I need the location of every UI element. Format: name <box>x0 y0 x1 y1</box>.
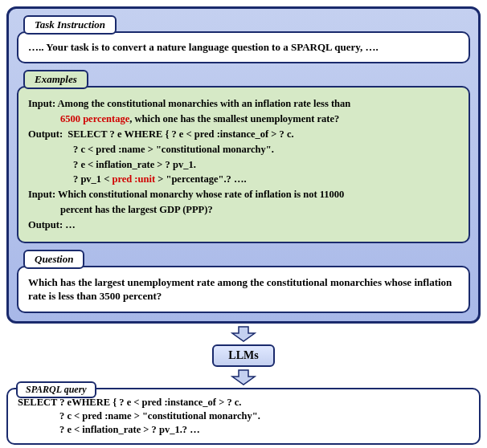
prompt-container: Task Instruction ….. Your task is to con… <box>6 6 481 324</box>
ex1-red: 6500 percentage <box>60 113 129 124</box>
out-l4-b: > "percentage".? …. <box>155 173 246 185</box>
out-l4-a: ? pv_1 < <box>73 173 112 185</box>
ex1-tail: , which one has the smallest unemploymen… <box>129 113 339 124</box>
question-label: Question <box>23 250 84 269</box>
sparql-label: SPARQL query <box>16 381 96 398</box>
llms-node: LLMs <box>6 344 481 367</box>
llms-label: LLMs <box>212 344 274 367</box>
down-arrow-icon <box>231 369 256 386</box>
sparql-l3: ? e < inflation_rate > ? pv_1.? … <box>18 423 469 437</box>
sparql-l1: SELECT ? eWHERE { ? e < pred :instance_o… <box>18 397 241 408</box>
down-arrow-icon <box>231 325 256 343</box>
example-output-2: Output: … <box>28 218 459 232</box>
out-l3: ? e < inflation_rate > ? pv_1. <box>28 158 459 172</box>
example-input-2: Input: Which constitutional monarchy who… <box>28 188 459 202</box>
sparql-box: SPARQL query SELECT ? eWHERE { ? e < pre… <box>6 388 481 445</box>
ex1-line1: Input: Among the constitutional monarchi… <box>28 98 350 109</box>
arrow-1 <box>6 325 481 343</box>
examples-label: Examples <box>23 70 88 89</box>
out-l4: ? pv_1 < pred :unit > "percentage".? …. <box>28 173 459 186</box>
example-input-2-cont: percent has the largest GDP (PPP)? <box>28 203 459 217</box>
out-l1: SELECT ? e WHERE { ? e < pred :instance_… <box>68 128 293 140</box>
example-input-1-cont: 6500 percentage, which one has the small… <box>28 112 459 126</box>
sparql-query: SELECT ? eWHERE { ? e < pred :instance_o… <box>18 396 469 437</box>
question-text: Which has the largest unemployment rate … <box>28 275 459 303</box>
out-l4-red: pred :unit <box>112 173 155 185</box>
example-output-1: Output: SELECT ? e WHERE { ? e < pred :i… <box>28 128 459 141</box>
question-box: Which has the largest unemployment rate … <box>17 266 470 313</box>
examples-box: Input: Among the constitutional monarchi… <box>17 86 470 243</box>
task-text: ….. Your task is to convert a nature lan… <box>28 41 459 54</box>
out-label: Output: <box>28 128 63 140</box>
example-input-1: Input: Among the constitutional monarchi… <box>28 97 459 111</box>
task-box: ….. Your task is to convert a nature lan… <box>17 31 470 63</box>
sparql-l2: ? c < pred :name > "constitutional monar… <box>18 409 469 423</box>
task-label: Task Instruction <box>23 15 117 35</box>
out-l2: ? c < pred :name > "constitutional monar… <box>28 143 459 157</box>
